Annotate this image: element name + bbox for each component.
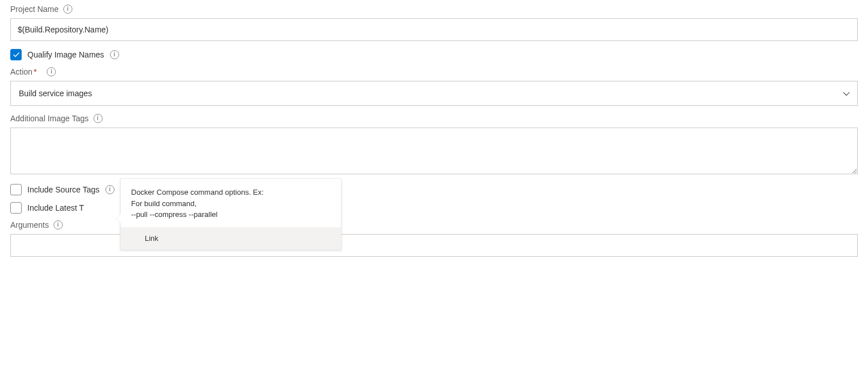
tooltip-body: Docker Compose command options. Ex: For … (121, 179, 341, 227)
info-icon[interactable]: i (93, 114, 103, 123)
tooltip-line: Docker Compose command options. Ex: (131, 187, 331, 198)
additional-image-tags-label-row: Additional Image Tags i (10, 114, 858, 123)
qualify-image-names-row: Qualify Image Names i (10, 49, 858, 60)
additional-image-tags-label: Additional Image Tags (10, 114, 89, 123)
tooltip-caret-icon (116, 214, 121, 223)
tooltip-link[interactable]: Link (121, 227, 341, 249)
action-label-row: Action* i (10, 67, 858, 76)
info-icon[interactable]: i (110, 50, 119, 59)
include-source-tags-checkbox[interactable] (10, 184, 22, 195)
info-icon[interactable]: i (47, 67, 56, 76)
tooltip-line: For build command, (131, 198, 331, 210)
arguments-group: Arguments i Docker Compose command optio… (10, 220, 858, 257)
qualify-image-names-label: Qualify Image Names (27, 50, 104, 59)
include-latest-tag-checkbox[interactable] (10, 202, 22, 214)
action-select[interactable]: Build service images (10, 81, 858, 106)
qualify-image-names-checkbox[interactable] (10, 49, 22, 60)
action-label: Action* (10, 67, 36, 76)
project-name-label: Project Name (10, 5, 59, 14)
project-name-group: Project Name i (10, 5, 858, 41)
include-latest-tag-label: Include Latest T (27, 203, 84, 212)
arguments-label: Arguments (10, 220, 49, 229)
action-select-wrap: Build service images (10, 81, 858, 106)
info-icon[interactable]: i (54, 220, 63, 229)
action-group: Action* i Build service images (10, 67, 858, 106)
include-source-tags-label: Include Source Tags (27, 185, 100, 194)
project-name-label-row: Project Name i (10, 5, 858, 14)
tooltip-line: --pull --compress --parallel (131, 209, 331, 220)
additional-image-tags-group: Additional Image Tags i (10, 114, 858, 176)
additional-image-tags-textarea[interactable] (10, 128, 858, 174)
info-icon[interactable]: i (63, 5, 72, 14)
check-icon (12, 51, 20, 59)
info-icon[interactable]: i (105, 185, 115, 194)
arguments-tooltip: Docker Compose command options. Ex: For … (120, 178, 341, 250)
project-name-input[interactable] (10, 18, 858, 41)
